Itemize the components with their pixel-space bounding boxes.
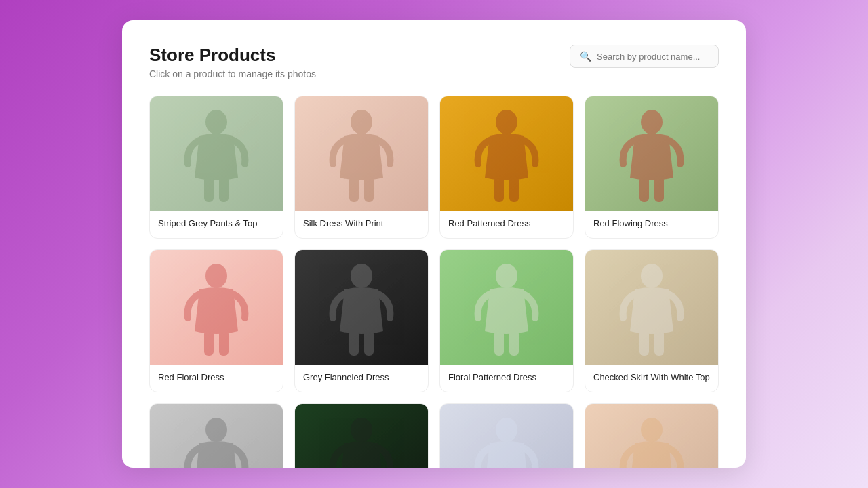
page-subtitle: Click on a product to manage its photos [149,68,316,79]
product-image [585,404,718,468]
product-card[interactable]: Silk Dress With Print [294,96,429,239]
product-card[interactable] [294,403,429,468]
product-image [150,250,283,365]
product-name: Red Floral Dress [150,365,283,392]
product-image [440,250,573,365]
svg-point-21 [351,264,372,288]
product-card[interactable]: Checked Skirt With White Top [585,249,719,392]
svg-rect-23 [364,330,374,356]
svg-rect-11 [509,176,519,202]
svg-rect-18 [204,330,214,356]
svg-rect-27 [509,330,519,356]
svg-rect-2 [204,176,214,202]
svg-point-1 [205,110,227,134]
product-image [440,96,573,211]
svg-point-9 [496,110,517,134]
product-name: Grey Flanneled Dress [295,365,428,392]
product-card[interactable]: Red Floral Dress [149,249,283,392]
svg-rect-22 [349,330,359,356]
search-input[interactable] [597,52,709,62]
product-card[interactable] [149,403,283,468]
svg-rect-26 [494,330,504,356]
product-name: Checked Skirt With White Top [585,365,718,392]
product-name: Red Flowing Dress [585,211,718,238]
svg-rect-10 [494,176,504,202]
svg-rect-7 [364,176,374,202]
product-name: Silk Dress With Print [295,211,428,238]
product-card[interactable] [585,403,719,468]
svg-rect-15 [654,176,664,202]
product-image [295,96,428,211]
product-image [150,404,283,468]
product-card[interactable]: Striped Grey Pants & Top [149,96,283,239]
store-products-card: Store Products Click on a product to man… [122,20,746,468]
product-image [295,404,428,468]
svg-point-37 [351,418,372,442]
svg-point-41 [496,418,517,442]
header-text: Store Products Click on a product to man… [149,45,316,79]
product-name: Floral Patterned Dress [440,365,573,392]
page-header: Store Products Click on a product to man… [149,45,719,79]
products-grid: Striped Grey Pants & TopSilk Dress With … [149,96,719,468]
product-name: Striped Grey Pants & Top [150,211,283,238]
svg-rect-6 [349,176,359,202]
svg-point-17 [205,264,227,288]
svg-rect-3 [219,176,229,202]
product-card[interactable]: Floral Patterned Dress [439,249,574,392]
product-image [440,404,573,468]
product-image [150,96,283,211]
product-card[interactable]: Red Patterned Dress [439,96,574,239]
product-card[interactable]: Grey Flanneled Dress [294,249,429,392]
product-image [295,250,428,365]
svg-point-13 [641,110,663,134]
product-card[interactable] [439,403,574,468]
svg-point-5 [351,110,372,134]
svg-rect-30 [639,330,649,356]
product-image [585,250,718,365]
product-card[interactable]: Red Flowing Dress [585,96,719,239]
svg-rect-14 [639,176,649,202]
svg-point-25 [496,264,517,288]
svg-rect-19 [219,330,229,356]
product-name: Red Patterned Dress [440,211,573,238]
search-box[interactable]: 🔍 [570,45,719,68]
svg-rect-31 [654,330,664,356]
svg-point-45 [641,418,663,442]
search-icon: 🔍 [580,51,591,62]
svg-point-33 [205,418,227,442]
page-title: Store Products [149,45,316,66]
svg-point-29 [641,264,663,288]
product-image [585,96,718,211]
